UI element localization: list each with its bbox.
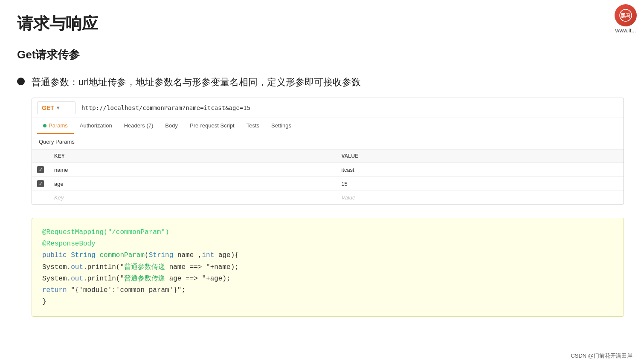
checkbox-cell[interactable] xyxy=(32,177,49,191)
tab-settings[interactable]: Settings xyxy=(265,118,297,134)
code-token: name , xyxy=(173,251,202,259)
code-line: return "{'module':'common param'}"; xyxy=(42,285,613,296)
code-token: "{'module':'common param'}"; xyxy=(67,286,186,294)
tab-active-dot xyxy=(43,124,46,127)
checkbox-cell xyxy=(32,191,49,205)
code-token xyxy=(96,251,100,259)
value-placeholder: Value xyxy=(341,194,355,201)
code-block: @RequestMapping("/commonParam")@Response… xyxy=(32,218,624,317)
logo-circle: 黑马 xyxy=(615,4,637,26)
code-token: System. xyxy=(42,263,71,271)
params-table: KEY VALUE nameitcastage15KeyValue xyxy=(32,150,624,205)
chevron-down-icon: ▾ xyxy=(57,105,59,111)
code-token: int xyxy=(202,251,215,259)
logo-text: www.it... xyxy=(615,27,636,34)
tab-params[interactable]: Params xyxy=(37,118,74,134)
param-key[interactable]: Key xyxy=(49,191,336,205)
code-token: name ==> "+name); xyxy=(165,263,239,271)
page-title: 请求与响应 xyxy=(17,13,624,35)
tab-label: Authorization xyxy=(80,122,112,129)
tab-authorization[interactable]: Authorization xyxy=(74,118,118,134)
code-token xyxy=(67,251,71,259)
table-row: age15 xyxy=(32,177,624,191)
tab-label: Params xyxy=(49,122,68,129)
query-params-label: Query Params xyxy=(32,134,624,150)
code-token: String xyxy=(71,251,96,259)
code-token: .println(" xyxy=(83,275,124,283)
postman-panel: GET ▾ ParamsAuthorizationHeaders (7)Body… xyxy=(32,98,624,205)
param-value[interactable]: itcast xyxy=(336,163,624,177)
svg-text:黑马: 黑马 xyxy=(621,13,631,19)
code-line: System.out.println("普通参数传递 age ==> "+age… xyxy=(42,273,613,285)
top-logo: 黑马 www.it... xyxy=(615,4,637,34)
section-title: Get请求传参 xyxy=(17,47,624,62)
code-token: @RequestMapping("/commonParam") xyxy=(42,228,169,236)
code-token: out xyxy=(71,275,83,283)
col-checkbox xyxy=(32,150,49,163)
param-key[interactable]: name xyxy=(49,163,336,177)
code-token: @ResponseBody xyxy=(42,240,96,248)
bullet-dot xyxy=(17,78,25,85)
method-label: GET xyxy=(42,104,54,111)
tabs-bar: ParamsAuthorizationHeaders (7)BodyPre-re… xyxy=(32,118,624,134)
code-token: ( xyxy=(145,251,149,259)
code-line: } xyxy=(42,296,613,308)
tab-label: Settings xyxy=(271,122,291,129)
tab-label: Tests xyxy=(247,122,259,129)
code-token: 普通参数传递 xyxy=(124,275,165,283)
code-token: public xyxy=(42,251,67,259)
code-token: System. xyxy=(42,275,71,283)
code-line: public String commonParam(String name ,i… xyxy=(42,250,613,261)
code-token: .println(" xyxy=(83,263,124,271)
col-key: KEY xyxy=(49,150,336,163)
table-row: nameitcast xyxy=(32,163,624,177)
key-placeholder: Key xyxy=(54,194,64,201)
code-token: String xyxy=(149,251,174,259)
method-select[interactable]: GET ▾ xyxy=(37,101,75,114)
code-token: commonParam xyxy=(99,251,145,259)
param-key[interactable]: age xyxy=(49,177,336,191)
tab-headers-(7)[interactable]: Headers (7) xyxy=(118,118,160,134)
code-token: 普通参数传递 xyxy=(124,263,165,271)
code-token: age ==> "+age); xyxy=(165,275,231,283)
param-value[interactable]: Value xyxy=(336,191,624,205)
col-value: VALUE xyxy=(336,150,624,163)
bullet-text: 普通参数：url地址传参，地址参数名与形参变量名相同，定义形参即可接收参数 xyxy=(32,75,361,89)
tab-body[interactable]: Body xyxy=(159,118,184,134)
code-line: System.out.println("普通参数传递 name ==> "+na… xyxy=(42,262,613,273)
checkbox-checked-icon[interactable] xyxy=(37,166,44,173)
url-input[interactable] xyxy=(80,103,618,113)
checkbox-checked-icon[interactable] xyxy=(37,180,44,187)
tab-label: Pre-request Script xyxy=(190,122,235,129)
tab-tests[interactable]: Tests xyxy=(241,118,265,134)
tab-label: Headers (7) xyxy=(124,122,154,129)
code-token: return xyxy=(42,286,67,294)
code-line: @RequestMapping("/commonParam") xyxy=(42,227,613,238)
checkbox-cell[interactable] xyxy=(32,163,49,177)
bullet-point: 普通参数：url地址传参，地址参数名与形参变量名相同，定义形参即可接收参数 xyxy=(17,75,624,89)
url-bar: GET ▾ xyxy=(32,98,624,118)
code-token: age){ xyxy=(214,251,239,259)
code-token: out xyxy=(71,263,83,271)
param-value[interactable]: 15 xyxy=(336,177,624,191)
watermark: CSDN @门前花开满田岸 xyxy=(571,352,632,360)
tab-pre-request-script[interactable]: Pre-request Script xyxy=(184,118,241,134)
code-line: @ResponseBody xyxy=(42,238,613,250)
code-token: } xyxy=(42,298,46,306)
table-row: KeyValue xyxy=(32,191,624,205)
tab-label: Body xyxy=(165,122,178,129)
